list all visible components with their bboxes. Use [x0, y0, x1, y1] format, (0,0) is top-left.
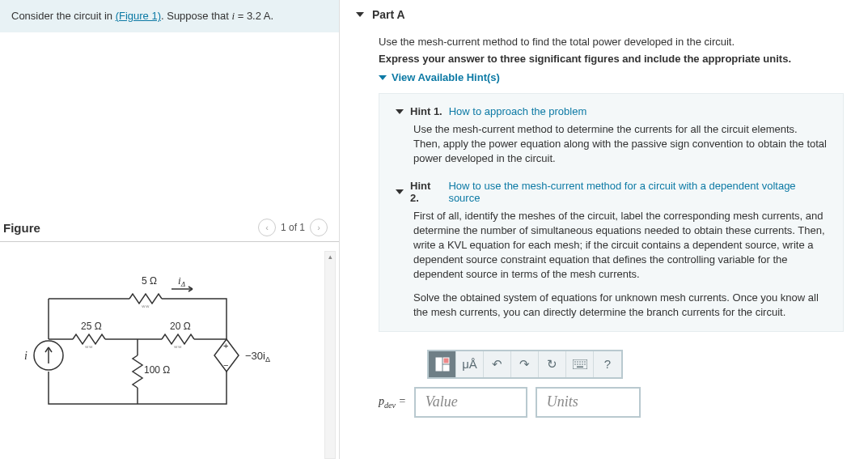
hints-toggle[interactable]: View Available Hint(s) [379, 71, 844, 83]
figure-prev-button[interactable]: ‹ [258, 219, 276, 236]
figure-image: + − 5 Ω 25 Ω 20 Ω 100 Ω i −30iΔ iΔ ʷʷ ʷʷ… [0, 242, 339, 436]
template-picker-button[interactable] [429, 351, 456, 377]
keyboard-button[interactable] [566, 351, 594, 377]
hint-2: Hint 2. How to use the mesh-current meth… [396, 180, 827, 320]
figure-title: Figure [3, 221, 40, 235]
svg-text:ʷʷ: ʷʷ [142, 304, 150, 312]
label-cs: i [24, 350, 28, 362]
label-r3: 20 Ω [170, 321, 191, 332]
hint-title: How to use the mesh-current method for a… [448, 180, 827, 204]
svg-point-12 [574, 361, 576, 363]
figure-counter: 1 of 1 [281, 222, 305, 233]
svg-rect-10 [443, 365, 449, 371]
caret-down-icon [379, 75, 387, 80]
problem-suffix2: = 3.2 A. [235, 10, 273, 22]
value-input[interactable]: Value [414, 387, 527, 418]
svg-point-14 [579, 361, 581, 363]
part-header[interactable]: Part A [340, 0, 868, 29]
label-r2: 25 Ω [81, 321, 102, 332]
caret-down-icon [396, 109, 404, 114]
svg-text:ʷʷ: ʷʷ [85, 344, 93, 352]
right-panel: Part A Use the mesh-current method to fi… [340, 0, 868, 459]
units-input[interactable]: Units [536, 387, 641, 418]
svg-point-19 [579, 363, 581, 365]
instruction-text: Use the mesh-current method to find the … [379, 36, 844, 48]
svg-point-20 [582, 363, 583, 365]
answer-input-row: pdev = Value Units [379, 387, 844, 418]
left-panel: Consider the circuit in (Figure 1). Supp… [0, 0, 340, 459]
svg-rect-9 [443, 358, 449, 363]
hints-box: Hint 1. How to approach the problem Use … [379, 93, 844, 332]
hint-label: Hint 1. [410, 105, 442, 117]
svg-point-21 [584, 363, 586, 365]
help-button[interactable]: ? [594, 351, 621, 377]
scroll-up-icon[interactable]: ▴ [325, 252, 335, 263]
figure-scrollbar[interactable]: ▴ [324, 251, 336, 459]
problem-statement: Consider the circuit in (Figure 1). Supp… [0, 0, 339, 32]
circuit-diagram: + − 5 Ω 25 Ω 20 Ω 100 Ω i −30iΔ iΔ ʷʷ ʷʷ… [16, 266, 291, 428]
figure-nav: ‹ 1 of 1 › [258, 219, 328, 236]
caret-down-icon [356, 12, 364, 17]
svg-rect-22 [577, 366, 583, 368]
hint-label: Hint 2. [410, 180, 442, 204]
svg-rect-7 [436, 358, 442, 371]
svg-text:+: + [223, 341, 228, 351]
svg-text:ʷʷ: ʷʷ [174, 344, 182, 352]
svg-text:−: − [223, 360, 228, 370]
instruction-bold: Express your answer to three significant… [379, 53, 844, 65]
svg-point-18 [577, 363, 578, 365]
figure-section: Figure ‹ 1 of 1 › [0, 219, 339, 436]
svg-point-17 [574, 363, 576, 365]
hint-title-row[interactable]: Hint 1. How to approach the problem [396, 105, 827, 117]
label-dep: −30iΔ [245, 350, 270, 363]
hint-body: Use the mesh-current method to determine… [396, 122, 827, 167]
answer-area: μÅ ↶ ↷ ↻ ? pdev = Value Units [379, 350, 844, 418]
redo-button[interactable]: ↷ [511, 351, 539, 377]
svg-point-13 [577, 361, 578, 363]
label-r4: 100 Ω [144, 364, 170, 376]
hint-title: How to approach the problem [449, 105, 587, 117]
problem-suffix1: . Suppose that [161, 10, 231, 22]
svg-text:iΔ: iΔ [178, 274, 185, 288]
special-chars-button[interactable]: μÅ [456, 351, 484, 377]
hint-1: Hint 1. How to approach the problem Use … [396, 105, 827, 167]
part-title: Part A [372, 8, 405, 21]
figure-next-button[interactable]: › [310, 219, 328, 236]
undo-button[interactable]: ↶ [484, 351, 511, 377]
figure-link[interactable]: (Figure 1) [116, 10, 161, 22]
hint-body: First of all, identify the meshes of the… [396, 209, 827, 320]
figure-header: Figure ‹ 1 of 1 › [0, 219, 339, 242]
problem-prefix: Consider the circuit in [11, 10, 116, 22]
label-r1: 5 Ω [142, 275, 157, 287]
hints-toggle-label: View Available Hint(s) [392, 71, 500, 83]
caret-down-icon [396, 189, 404, 194]
reset-button[interactable]: ↻ [539, 351, 566, 377]
answer-lhs: pdev = [379, 395, 406, 410]
svg-point-15 [582, 361, 583, 363]
svg-point-16 [584, 361, 586, 363]
answer-toolbar: μÅ ↶ ↷ ↻ ? [427, 350, 623, 379]
hint-title-row[interactable]: Hint 2. How to use the mesh-current meth… [396, 180, 827, 204]
